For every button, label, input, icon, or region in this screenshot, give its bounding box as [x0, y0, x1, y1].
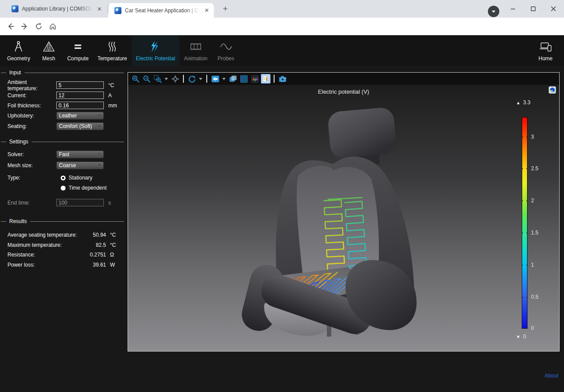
application-window: Application Library | COMSOL Se ✕ Car Se…	[0, 0, 564, 392]
color-legend-toggle-icon[interactable]	[261, 74, 271, 84]
end-time-row: End time: s	[0, 198, 127, 208]
ribbon-label: Temperature	[97, 55, 127, 62]
animation-film-icon	[189, 40, 202, 53]
result-unit: °C	[110, 242, 121, 248]
radio-label: Stationary	[69, 175, 92, 181]
field-label: Solver:	[7, 151, 56, 158]
seating-select[interactable]: Comfort (Soft) ▼	[56, 122, 104, 130]
about-link[interactable]: About	[545, 373, 558, 379]
foil-thickness-input[interactable]	[56, 102, 104, 109]
field-unit: mm	[108, 103, 121, 109]
zoom-in-icon[interactable]	[131, 74, 140, 84]
legend-min-marker: ▼ 0	[516, 333, 526, 340]
tab-title: Application Library | COMSOL Se	[22, 6, 92, 12]
radio-stationary[interactable]: Stationary	[61, 175, 121, 181]
geometry-compass-icon	[12, 40, 25, 53]
reload-icon[interactable]	[32, 19, 46, 33]
zoom-out-icon[interactable]	[142, 74, 151, 84]
toolbar-separator	[274, 75, 275, 83]
back-icon[interactable]	[4, 19, 18, 33]
chevron-down-icon[interactable]	[164, 74, 169, 84]
chevron-down-icon: ▼	[98, 125, 101, 128]
grid-icon[interactable]	[239, 74, 249, 84]
ribbon-item-mesh[interactable]: Mesh	[35, 35, 63, 66]
browser-update-icon[interactable]	[488, 6, 499, 17]
chevron-down-icon[interactable]	[221, 74, 227, 84]
ribbon-label: Mesh	[42, 55, 55, 62]
compute-equals-icon	[71, 40, 84, 53]
result-unit: Ω	[110, 252, 121, 258]
ribbon-item-geometry[interactable]: Geometry	[3, 35, 35, 66]
plot-canvas-3d-view[interactable]: Electric potential (V)	[128, 85, 559, 351]
type-row: Type: Stationary Time dependent	[0, 175, 127, 191]
new-tab-button[interactable]: +	[219, 3, 231, 15]
mesh-size-select[interactable]: Coarse ▼	[56, 161, 104, 169]
upholstery-select[interactable]: Leather ▼	[56, 112, 104, 120]
result-label: Average seating temperature:	[7, 232, 79, 238]
result-value: 82.5	[79, 242, 106, 248]
comsol-favicon	[11, 5, 18, 12]
current-row: Current: A	[0, 90, 127, 100]
result-unit: °C	[110, 232, 121, 238]
solver-select[interactable]: Fast ▼	[56, 150, 104, 158]
ribbon-item-electric-potential[interactable]: Electric Potential	[132, 35, 179, 66]
ribbon-label: Geometry	[7, 55, 30, 62]
toolbar-separator	[183, 75, 184, 83]
solver-row: Solver: Fast ▼	[0, 149, 127, 160]
field-unit: s	[108, 200, 121, 206]
field-label: Current:	[7, 92, 56, 99]
chevron-down-icon: ▼	[98, 163, 101, 167]
zoom-box-icon[interactable]	[153, 74, 162, 84]
ribbon-item-compute[interactable]: Compute	[63, 35, 93, 66]
section-legend-results: Results	[1, 218, 124, 224]
electric-bolt-icon	[149, 40, 162, 53]
car-seat-3d-model	[128, 85, 559, 351]
tab-application-library[interactable]: Application Library | COMSOL Se ✕	[4, 0, 106, 18]
window-close-button[interactable]	[547, 3, 560, 15]
ribbon-label: Electric Potential	[136, 55, 175, 62]
chevron-down-icon: ▼	[98, 114, 101, 118]
chevron-down-icon: ▼	[98, 152, 101, 156]
color-legend: ▲ 3.3 3 2.5 2 1.5 1 0.5 0 ▼ 0	[522, 117, 527, 329]
ribbon-label: Probes	[218, 55, 234, 62]
snapshot-camera-icon[interactable]	[278, 74, 287, 84]
browser-tab-strip: Application Library | COMSOL Se ✕ Car Se…	[0, 0, 564, 18]
forward-icon[interactable]	[18, 19, 32, 33]
transparency-icon[interactable]	[228, 74, 238, 84]
field-unit: °C	[108, 82, 121, 88]
radio-time-dependent[interactable]: Time dependent	[61, 185, 121, 191]
result-row-maximum-temperature: Maximum temperature: 82.5 °C	[0, 240, 127, 250]
section-legend-settings: Settings	[1, 139, 124, 145]
current-input[interactable]	[56, 92, 104, 99]
color-arrows-icon[interactable]	[250, 74, 260, 84]
tab-close-icon[interactable]: ✕	[203, 7, 210, 14]
result-value: 0.2751	[79, 252, 106, 258]
tab-close-icon[interactable]: ✕	[96, 5, 103, 12]
chevron-down-icon[interactable]	[198, 74, 203, 84]
tab-car-seat-heater[interactable]: Car Seat Heater Application | CO ✕	[108, 3, 214, 18]
home-icon[interactable]	[46, 19, 60, 33]
mesh-size-row: Mesh size: Coarse ▼	[0, 160, 127, 171]
scene-light-icon[interactable]	[210, 74, 220, 84]
zoom-extents-icon[interactable]	[170, 74, 180, 84]
ribbon-label: Animation	[184, 55, 207, 62]
settings-sidebar: Input Ambient temperature: °C Current: A…	[0, 66, 127, 392]
ribbon-item-home[interactable]: Home	[530, 35, 561, 66]
probes-wave-icon	[220, 40, 233, 53]
ambient-temperature-row: Ambient temperature: °C	[0, 80, 127, 90]
result-row-power-loss: Power loss: 39.61 W	[0, 260, 127, 270]
field-label: Ambient temperature:	[7, 79, 56, 92]
ribbon-item-temperature[interactable]: Temperature	[93, 35, 131, 66]
window-maximize-button[interactable]	[527, 3, 540, 15]
select-value: Leather	[59, 113, 98, 119]
field-label: Mesh size:	[7, 162, 56, 169]
seat-headrest	[327, 107, 397, 159]
ambient-temperature-input[interactable]	[56, 81, 104, 89]
tab-title: Car Seat Heater Application | CO	[125, 7, 200, 14]
foil-thickness-row: Foil thickness: mm	[0, 100, 127, 110]
result-label: Power loss:	[7, 262, 79, 268]
radio-selected-icon	[61, 176, 66, 180]
rotate-icon[interactable]	[187, 74, 197, 84]
result-unit: W	[110, 262, 121, 268]
window-minimize-button[interactable]	[506, 3, 520, 15]
